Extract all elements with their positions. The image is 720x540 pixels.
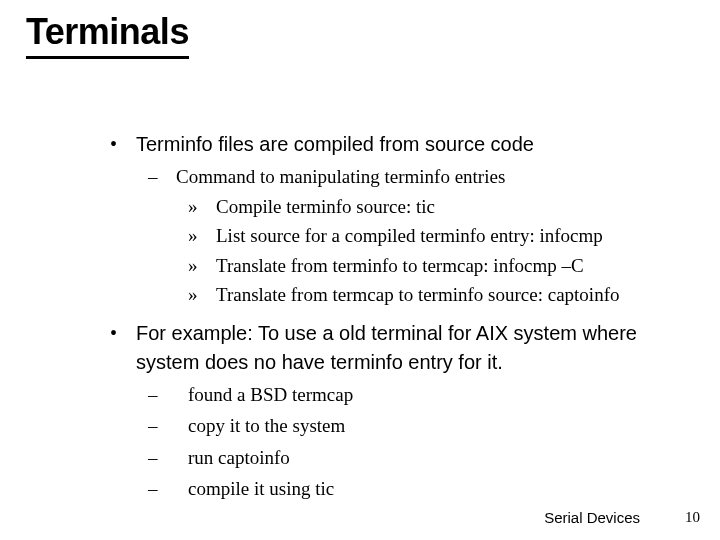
bullet-dash-icon: – — [148, 163, 176, 191]
bullet-text: found a BSD termcap — [188, 381, 353, 409]
slide: Terminals • Terminfo files are compiled … — [0, 0, 720, 540]
bullet-text: compile it using tic — [188, 475, 334, 503]
bullet-level2: – compile it using tic — [148, 475, 690, 503]
bullet-dash-icon: – — [148, 381, 188, 409]
bullet-raquo-icon: » — [188, 281, 216, 309]
bullet-level3: » Translate from terminfo to termcap: in… — [188, 252, 690, 280]
bullet-level1: • Terminfo files are compiled from sourc… — [110, 130, 690, 159]
bullet-raquo-icon: » — [188, 222, 216, 250]
bullet-dash-icon: – — [148, 444, 188, 472]
bullet-text: Translate from terminfo to termcap: info… — [216, 252, 584, 280]
bullet-level2: – run captoinfo — [148, 444, 690, 472]
bullet-text: List source for a compiled terminfo entr… — [216, 222, 603, 250]
bullet-level2: – found a BSD termcap — [148, 381, 690, 409]
bullet-text: Command to manipulating terminfo entries — [176, 163, 505, 191]
bullet-raquo-icon: » — [188, 252, 216, 280]
bullet-level2: – copy it to the system — [148, 412, 690, 440]
bullet-level3: » Translate from termcap to terminfo sou… — [188, 281, 690, 309]
bullet-text: Terminfo files are compiled from source … — [136, 130, 534, 159]
bullet-level2: – Command to manipulating terminfo entri… — [148, 163, 690, 191]
slide-title: Terminals — [26, 14, 189, 59]
bullet-dot-icon: • — [110, 319, 136, 377]
bullet-dash-icon: – — [148, 475, 188, 503]
bullet-level3: » Compile terminfo source: tic — [188, 193, 690, 221]
bullet-raquo-icon: » — [188, 193, 216, 221]
slide-body: • Terminfo files are compiled from sourc… — [110, 130, 690, 503]
bullet-text: For example: To use a old terminal for A… — [136, 319, 690, 377]
page-number: 10 — [685, 509, 700, 526]
bullet-text: Translate from termcap to terminfo sourc… — [216, 281, 619, 309]
bullet-level1: • For example: To use a old terminal for… — [110, 319, 690, 377]
footer-label: Serial Devices — [544, 509, 640, 526]
bullet-dot-icon: • — [110, 130, 136, 159]
bullet-text: run captoinfo — [188, 444, 290, 472]
spacer — [110, 309, 690, 319]
bullet-text: Compile terminfo source: tic — [216, 193, 435, 221]
bullet-text: copy it to the system — [188, 412, 345, 440]
bullet-level3: » List source for a compiled terminfo en… — [188, 222, 690, 250]
bullet-dash-icon: – — [148, 412, 188, 440]
